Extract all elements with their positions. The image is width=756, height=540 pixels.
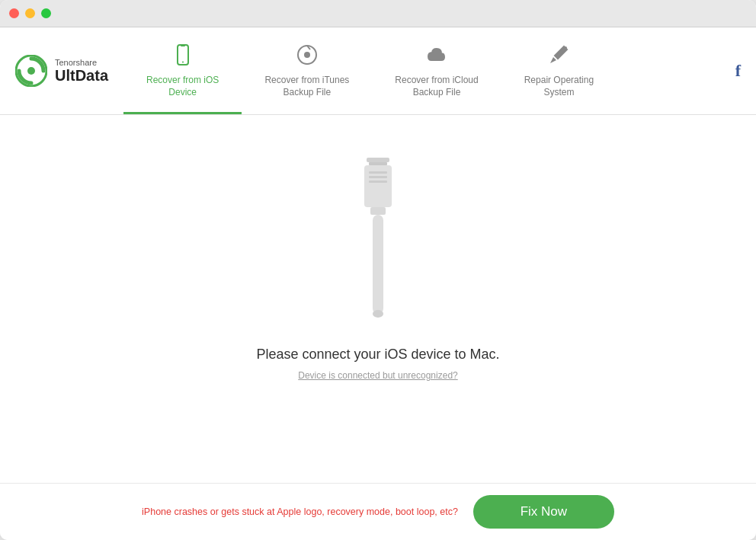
tab-repair-os[interactable]: Repair Operating System	[501, 27, 617, 114]
svg-rect-4	[181, 45, 185, 46]
svg-rect-12	[369, 171, 387, 174]
tab-ios-device-label: Recover from iOS Device	[146, 75, 219, 98]
svg-rect-13	[369, 176, 387, 178]
app-window: Tenorshare UltData Recover from iOS Devi…	[0, 0, 756, 540]
nav-tabs: Recover from iOS Device Recover from iTu…	[123, 27, 720, 114]
bottom-warning-text: iPhone crashes or gets stuck at Apple lo…	[142, 506, 458, 517]
logo-tenorshare: Tenorshare	[55, 58, 108, 67]
logo-text: Tenorshare UltData	[55, 58, 108, 85]
svg-rect-14	[369, 181, 387, 183]
bottom-bar: iPhone crashes or gets stuck at Apple lo…	[0, 483, 756, 540]
lightning-cable-svg	[348, 156, 408, 324]
fix-now-button[interactable]: Fix Now	[473, 495, 614, 529]
tab-itunes-label: Recover from iTunes Backup File	[264, 75, 349, 98]
svg-point-17	[373, 310, 383, 318]
connect-text: Please connect your iOS device to Mac.	[256, 347, 499, 363]
itunes-icon	[296, 43, 319, 70]
ultdata-logo-icon	[15, 55, 47, 87]
svg-point-1	[27, 67, 35, 75]
minimize-button[interactable]	[25, 8, 35, 18]
header-right[interactable]: f	[720, 27, 756, 114]
tab-ios-device[interactable]: Recover from iOS Device	[123, 27, 242, 114]
logo-area: Tenorshare UltData	[0, 27, 123, 114]
window-controls	[9, 8, 51, 18]
svg-rect-16	[373, 215, 383, 314]
tab-repair-label: Repair Operating System	[524, 75, 594, 98]
svg-rect-9	[367, 158, 389, 162]
ios-device-icon	[171, 43, 194, 70]
svg-rect-10	[369, 162, 387, 165]
device-illustration	[348, 156, 408, 324]
maximize-button[interactable]	[41, 8, 51, 18]
tab-itunes-backup[interactable]: Recover from iTunes Backup File	[242, 27, 372, 114]
unrecognized-link[interactable]: Device is connected but unrecognized?	[298, 370, 457, 381]
tab-icloud-label: Recover from iCloud Backup File	[395, 75, 478, 98]
facebook-icon: f	[735, 61, 741, 81]
svg-rect-15	[370, 207, 386, 215]
logo-ultdata: UltData	[55, 67, 108, 85]
header: Tenorshare UltData Recover from iOS Devi…	[0, 27, 756, 115]
icloud-icon	[425, 43, 448, 70]
svg-point-6	[304, 52, 310, 58]
close-button[interactable]	[9, 8, 19, 18]
title-bar	[0, 0, 756, 27]
main-content: Please connect your iOS device to Mac. D…	[0, 115, 756, 483]
repair-icon	[547, 43, 570, 70]
tab-icloud-backup[interactable]: Recover from iCloud Backup File	[372, 27, 501, 114]
svg-point-8	[564, 46, 567, 50]
